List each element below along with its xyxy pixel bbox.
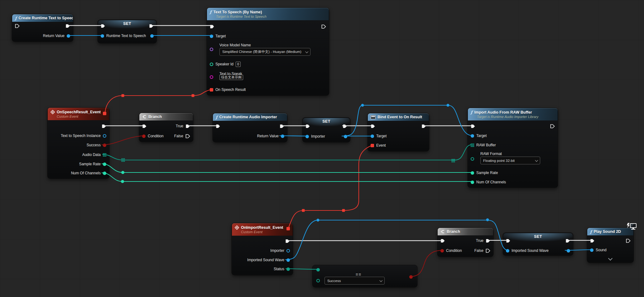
compare-value-pin[interactable] — [316, 279, 320, 282]
exec-out-pin[interactable] — [626, 239, 631, 243]
node-create-runtime-text-to-speech[interactable]: ƒ Create Runtime Text to Speech Return V… — [12, 14, 73, 42]
exec-in-pin[interactable] — [142, 124, 147, 128]
node-onspeechresult-event[interactable]: OnSpeechResult_Event Custom Event Text t… — [47, 107, 109, 179]
speaker-id-pin[interactable] — [210, 63, 213, 66]
sound-pin[interactable] — [590, 248, 594, 252]
audio-data-array-pin[interactable] — [103, 153, 106, 157]
raw-format-pin[interactable] — [471, 157, 474, 161]
delegate-out-pin[interactable] — [103, 112, 106, 115]
target-pin[interactable] — [371, 134, 374, 138]
compare-value-dropdown[interactable]: Success — [324, 277, 385, 285]
pin-label: False — [174, 134, 183, 138]
node-set-importer[interactable]: SET Importer — [302, 117, 350, 142]
exec-in-pin[interactable] — [371, 124, 375, 128]
imported-sound-wave-pin[interactable] — [286, 258, 290, 262]
voice-model-name-pin[interactable] — [210, 48, 213, 51]
node-set-imported-sound-wave[interactable]: SET Imported Sound Wave — [503, 233, 573, 256]
pin-label: Condition — [446, 248, 462, 253]
on-speech-result-delegate-pin[interactable] — [210, 88, 213, 92]
return-value-pin[interactable] — [67, 34, 70, 38]
raw-format-dropdown[interactable]: Floating point 32-bit — [480, 157, 540, 164]
node-subtitle: Target is Runtime Audio Importer Library — [477, 115, 555, 119]
status-pin[interactable] — [286, 267, 290, 271]
variable-in-pin[interactable] — [305, 135, 309, 138]
node-equal-enum[interactable]: == Success — [312, 265, 417, 287]
exec-in-pin[interactable] — [305, 124, 310, 128]
text-to-speak-pin[interactable] — [210, 75, 213, 79]
node-header: ƒ Import Audio From RAW Buffer Target is… — [468, 108, 558, 120]
variable-out-pin[interactable] — [344, 135, 347, 138]
target-pin[interactable] — [471, 134, 474, 138]
delegate-out-pin[interactable] — [286, 227, 290, 230]
sample-rate-pin[interactable] — [103, 163, 106, 166]
true-exec-pin[interactable] — [486, 239, 490, 243]
text-to-speech-instance-pin[interactable] — [103, 134, 106, 138]
pin-label: Event — [376, 143, 386, 148]
variable-in-pin[interactable] — [101, 34, 104, 38]
exec-in-pin[interactable] — [590, 239, 595, 243]
pin-label: Target — [476, 134, 487, 138]
speaker-id-input[interactable]: 0 — [236, 62, 241, 67]
node-title: OnSpeechResult_Event — [57, 110, 101, 114]
raw-buffer-array-pin[interactable] — [471, 144, 474, 147]
exec-in-pin[interactable] — [506, 239, 511, 243]
pin-label: Voice Model Name — [219, 43, 251, 47]
node-title: Create Runtime Text to Speech — [19, 16, 73, 20]
target-pin[interactable] — [210, 35, 213, 38]
node-bind-event-to-on-result[interactable]: Bind Event to On Result Target Event — [368, 113, 429, 151]
condition-pin[interactable] — [440, 249, 444, 252]
exec-out-pin[interactable] — [565, 239, 570, 243]
exec-in-pin[interactable] — [210, 25, 214, 29]
result-bool-pin[interactable] — [409, 275, 413, 279]
voice-model-dropdown[interactable]: Simplified Chinese (简体中文) - Huayan (Medi… — [219, 48, 310, 56]
exec-out-pin[interactable] — [102, 124, 106, 128]
exec-out-pin[interactable] — [421, 124, 426, 128]
exec-in-pin[interactable] — [216, 124, 220, 128]
node-create-runtime-audio-importer[interactable]: ƒ Create Runtime Audio Importer Return V… — [213, 113, 287, 142]
exec-out-pin[interactable] — [550, 124, 555, 128]
variable-out-pin[interactable] — [567, 249, 570, 252]
reroute-green[interactable] — [121, 171, 124, 183]
node-subtitle: Target is Runtime Text to Speech — [216, 15, 326, 18]
node-import-audio-from-raw-buffer[interactable]: ƒ Import Audio From RAW Buffer Target is… — [468, 108, 558, 188]
exec-out-pin[interactable] — [321, 25, 326, 29]
exec-in-pin[interactable] — [471, 124, 475, 128]
expand-node-chevron-icon[interactable] — [608, 256, 613, 261]
exec-out-pin[interactable] — [343, 124, 347, 128]
node-set-runtime-text-to-speech[interactable]: SET Runtime Text to Speech — [98, 20, 157, 43]
blueprint-graph-canvas[interactable]: ƒ Create Runtime Text to Speech Return V… — [0, 0, 644, 297]
num-of-channels-pin[interactable] — [471, 181, 474, 184]
compare-input-pin[interactable] — [316, 268, 320, 271]
return-value-pin[interactable] — [281, 134, 284, 138]
node-branch-1[interactable]: Branch True Condition False — [139, 113, 193, 142]
exec-in-pin[interactable] — [101, 24, 105, 28]
node-header: ƒ Text To Speech (By Name) Target is Run… — [207, 8, 329, 20]
exec-out-pin[interactable] — [65, 24, 70, 28]
node-branch-2[interactable]: Branch True Condition False — [437, 228, 493, 257]
event-delegate-pin[interactable] — [371, 144, 374, 147]
false-exec-pin[interactable] — [185, 134, 190, 138]
reroute-red[interactable] — [122, 94, 345, 212]
variable-in-pin[interactable] — [506, 249, 509, 252]
node-text-to-speech-by-name[interactable]: ƒ Text To Speech (By Name) Target is Run… — [207, 7, 329, 96]
function-icon: ƒ — [471, 110, 473, 114]
num-of-channels-pin[interactable] — [103, 172, 106, 175]
node-play-sound-2d[interactable]: ƒ Play Sound 2D Sound — [587, 228, 634, 263]
node-onimportresult-event[interactable]: OnImportResult_Event Custom Event Import… — [232, 223, 293, 275]
false-exec-pin[interactable] — [486, 249, 490, 253]
exec-in-pin[interactable] — [15, 24, 20, 28]
reroute-array[interactable] — [122, 158, 455, 163]
success-pin[interactable] — [103, 144, 106, 147]
importer-pin[interactable] — [286, 249, 290, 252]
exec-out-pin[interactable] — [285, 239, 290, 243]
variable-out-pin[interactable] — [150, 34, 154, 38]
exec-in-pin[interactable] — [440, 239, 445, 243]
pin-label: Runtime Text to Speech — [106, 34, 146, 38]
condition-pin[interactable] — [142, 134, 146, 138]
exec-out-pin[interactable] — [149, 24, 154, 28]
exec-out-pin[interactable] — [280, 124, 284, 128]
sample-rate-pin[interactable] — [471, 171, 474, 175]
text-to-speak-input[interactable]: 综合文本示例 — [219, 75, 243, 80]
pin-label: Return Value — [43, 34, 65, 38]
true-exec-pin[interactable] — [185, 124, 190, 128]
